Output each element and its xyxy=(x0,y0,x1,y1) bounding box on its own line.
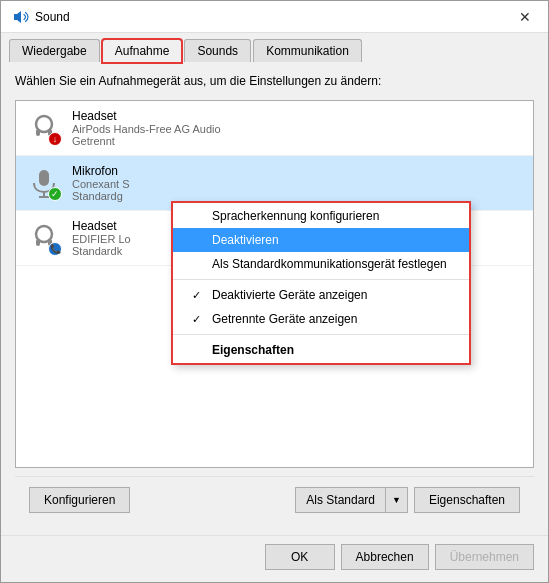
device-icon-headset: ↓ xyxy=(26,110,62,146)
tab-aufnahme[interactable]: Aufnahme xyxy=(102,39,183,63)
speaker-icon xyxy=(13,9,29,25)
title-bar-left: Sound xyxy=(13,9,70,25)
ok-button[interactable]: OK xyxy=(265,544,335,570)
close-button[interactable]: ✕ xyxy=(502,9,548,24)
device-icon-mic: ✓ xyxy=(26,165,62,201)
bottom-bar-1: Konfigurieren Als Standard ▼ Eigenschaft… xyxy=(15,476,534,523)
svg-rect-1 xyxy=(36,129,40,136)
menu-item-als-standard-komm[interactable]: Als Standardkommunikationsgerät festlege… xyxy=(172,252,470,276)
tab-wiedergabe[interactable]: Wiedergabe xyxy=(9,39,100,62)
als-standard-split-button[interactable]: Als Standard ▼ xyxy=(295,487,408,513)
svg-rect-7 xyxy=(36,239,40,246)
menu-item-getrennte-geraete[interactable]: ✓ Getrennte Geräte anzeigen xyxy=(172,307,470,331)
menu-separator-1 xyxy=(172,279,470,280)
svg-rect-3 xyxy=(39,170,49,186)
dropdown-arrow-icon[interactable]: ▼ xyxy=(386,490,407,510)
context-menu: Spracherkennung konfigurieren Deaktivier… xyxy=(171,201,471,365)
device-info: Headset AirPods Hands-Free AG Audio Getr… xyxy=(72,109,523,147)
status-badge-blue: 📞 xyxy=(48,242,62,256)
title-bar: Sound ✕ xyxy=(1,1,548,33)
als-standard-label: Als Standard xyxy=(296,488,386,512)
device-item-headset-airpods[interactable]: ↓ Headset AirPods Hands-Free AG Audio Ge… xyxy=(16,101,533,156)
status-badge-green: ✓ xyxy=(48,187,62,201)
dialog-buttons: OK Abbrechen Übernehmen xyxy=(1,535,548,582)
bottom-bar-left: Konfigurieren xyxy=(29,487,289,513)
device-info-mic: Mikrofon Conexant S Standardg xyxy=(72,164,523,202)
menu-item-spracherkennung[interactable]: Spracherkennung konfigurieren xyxy=(172,204,470,228)
konfigurieren-button[interactable]: Konfigurieren xyxy=(29,487,130,513)
description-text: Wählen Sie ein Aufnahmegerät aus, um die… xyxy=(15,74,534,88)
window-title: Sound xyxy=(35,10,70,24)
abbrechen-button[interactable]: Abbrechen xyxy=(341,544,429,570)
menu-item-deaktivierte-geraete[interactable]: ✓ Deaktivierte Geräte anzeigen xyxy=(172,283,470,307)
uebernehmen-button[interactable]: Übernehmen xyxy=(435,544,534,570)
eigenschaften-button[interactable]: Eigenschaften xyxy=(414,487,520,513)
tab-bar: Wiedergabe Aufnahme Sounds Kommunikation xyxy=(1,33,548,62)
menu-item-deaktivieren[interactable]: Deaktivieren xyxy=(172,228,470,252)
tab-kommunikation[interactable]: Kommunikation xyxy=(253,39,362,62)
content-area: Wählen Sie ein Aufnahmegerät aus, um die… xyxy=(1,62,548,535)
menu-separator-2 xyxy=(172,334,470,335)
device-icon-headset2: 📞 xyxy=(26,220,62,256)
status-badge-red: ↓ xyxy=(48,132,62,146)
tab-sounds[interactable]: Sounds xyxy=(184,39,251,62)
device-list[interactable]: ↓ Headset AirPods Hands-Free AG Audio Ge… xyxy=(15,100,534,468)
window: Sound ✕ Wiedergabe Aufnahme Sounds Kommu… xyxy=(0,0,549,583)
menu-item-eigenschaften[interactable]: Eigenschaften xyxy=(172,338,470,362)
